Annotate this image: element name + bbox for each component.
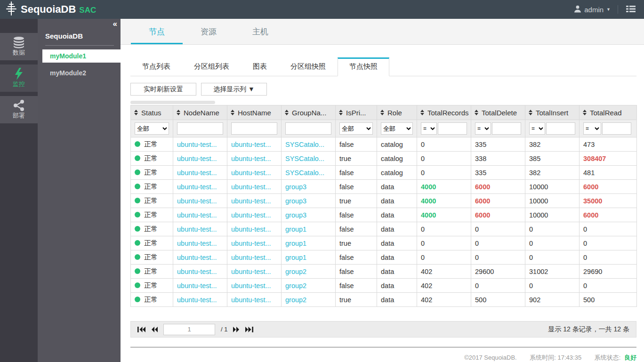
subtab-group-list[interactable]: 分区组列表 xyxy=(182,57,241,76)
filter-operator-select[interactable]: = xyxy=(529,122,545,135)
sort-icon[interactable] xyxy=(285,110,289,115)
filter-select[interactable]: 全部 xyxy=(339,122,373,135)
user-menu[interactable]: admin xyxy=(584,6,604,14)
subtab-node-list[interactable]: 节点列表 xyxy=(130,57,182,76)
column-header-role[interactable]: Role xyxy=(377,105,417,120)
host-name-link[interactable]: ubuntu-test... xyxy=(231,254,271,261)
sort-icon[interactable] xyxy=(529,110,533,115)
group-name-link[interactable]: group2 xyxy=(285,282,306,290)
column-header-nodename[interactable]: NodeName xyxy=(173,105,227,120)
subtab-charts[interactable]: 图表 xyxy=(241,57,279,76)
sort-icon[interactable] xyxy=(231,110,235,115)
node-name-link[interactable]: ubuntu-test... xyxy=(177,155,217,162)
panel-list-icon[interactable] xyxy=(625,5,636,15)
host-name-link[interactable]: ubuntu-test... xyxy=(231,225,271,233)
sort-icon[interactable] xyxy=(420,110,425,115)
filter-select[interactable]: 全部 xyxy=(135,122,169,135)
collapse-sidebar-icon[interactable]: « xyxy=(113,19,117,29)
group-name-link[interactable]: group1 xyxy=(285,254,306,261)
sort-icon[interactable] xyxy=(134,110,138,115)
sort-icon[interactable] xyxy=(177,110,181,115)
subtab-node-snapshot[interactable]: 节点快照 xyxy=(338,57,389,76)
column-header-totalread[interactable]: TotalRead xyxy=(580,105,637,120)
group-name-link[interactable]: group3 xyxy=(285,197,306,205)
rail-item-monitor[interactable]: 监控 xyxy=(0,64,38,92)
column-header-totaldelete[interactable]: TotalDelete xyxy=(471,105,525,120)
tab-hosts[interactable]: 主机 xyxy=(234,26,286,44)
host-name-link[interactable]: ubuntu-test... xyxy=(231,211,271,219)
filter-text-input[interactable] xyxy=(231,122,277,135)
sort-icon[interactable] xyxy=(583,110,587,115)
total-insert-cell: 382 xyxy=(525,137,580,152)
page-number-input[interactable] xyxy=(163,324,215,335)
filter-operator-select[interactable]: = xyxy=(583,122,601,135)
subtab-group-snapshot[interactable]: 分区组快照 xyxy=(279,57,338,76)
first-page-icon[interactable] xyxy=(137,327,145,332)
host-name-link[interactable]: ubuntu-test... xyxy=(231,169,271,177)
filter-value-input[interactable] xyxy=(492,122,521,135)
rail-item-data[interactable]: 数据 xyxy=(0,33,38,60)
last-page-icon[interactable] xyxy=(245,327,253,332)
column-header-groupna[interactable]: GroupNa... xyxy=(282,105,336,120)
rail-item-deploy[interactable]: 部署 xyxy=(0,96,38,123)
node-name-link[interactable]: ubuntu-test... xyxy=(177,282,217,290)
host-name-link[interactable]: ubuntu-test... xyxy=(231,141,271,148)
node-name-link[interactable]: ubuntu-test... xyxy=(177,141,217,148)
host-name-link[interactable]: ubuntu-test... xyxy=(231,197,271,205)
group-name-link-cell: group3 xyxy=(282,194,336,208)
column-header-totalinsert[interactable]: TotalInsert xyxy=(525,105,580,120)
group-name-link[interactable]: group1 xyxy=(285,240,306,247)
column-header-hostname[interactable]: HostName xyxy=(227,105,282,120)
sort-icon[interactable] xyxy=(380,110,385,115)
filter-select[interactable]: 全部 xyxy=(381,122,413,135)
tab-nodes[interactable]: 节点 xyxy=(131,26,183,44)
node-name-link[interactable]: ubuntu-test... xyxy=(177,225,217,233)
host-name-link[interactable]: ubuntu-test... xyxy=(231,268,271,275)
filter-text-input[interactable] xyxy=(177,122,223,135)
filter-operator-select[interactable]: = xyxy=(475,122,491,135)
sort-icon[interactable] xyxy=(475,110,479,115)
node-name-link[interactable]: ubuntu-test... xyxy=(177,254,217,261)
filter-value-input[interactable] xyxy=(546,122,575,135)
group-name-link[interactable]: SYSCatalo... xyxy=(285,155,324,162)
sidebar-item-mymodule1[interactable]: myModule1 xyxy=(42,49,121,63)
node-name-link[interactable]: ubuntu-test... xyxy=(177,169,217,177)
next-page-icon[interactable] xyxy=(233,327,240,332)
node-name-link[interactable]: ubuntu-test... xyxy=(177,240,217,247)
group-name-link[interactable]: SYSCatalo... xyxy=(285,141,324,148)
column-header-status[interactable]: Status xyxy=(131,105,173,120)
filter-text-input[interactable] xyxy=(285,122,331,135)
group-name-link[interactable]: group1 xyxy=(285,225,306,233)
table-horizontal-scrollbar[interactable] xyxy=(130,101,215,104)
total-read-cell: 0 xyxy=(580,236,637,250)
host-name-link[interactable]: ubuntu-test... xyxy=(231,282,271,290)
group-name-link[interactable]: group3 xyxy=(285,183,306,191)
column-header-ispri[interactable]: IsPri... xyxy=(336,105,377,120)
top-header-bar: SequoiaDB SAC admin ▼ xyxy=(0,0,644,19)
column-header-totalrecords[interactable]: TotalRecords xyxy=(417,105,471,120)
filter-cell: 全部 xyxy=(377,120,417,137)
total-delete-cell: 338 xyxy=(471,152,525,166)
host-name-link[interactable]: ubuntu-test... xyxy=(231,183,271,191)
host-name-link[interactable]: ubuntu-test... xyxy=(231,240,271,247)
filter-value-input[interactable] xyxy=(438,122,467,135)
group-name-link[interactable]: group2 xyxy=(285,268,306,275)
sidebar-item-mymodule2[interactable]: myModule2 xyxy=(38,66,121,80)
host-name-link[interactable]: ubuntu-test... xyxy=(231,296,271,304)
node-name-link[interactable]: ubuntu-test... xyxy=(177,268,217,275)
filter-value-input[interactable] xyxy=(602,122,631,135)
previous-page-icon[interactable] xyxy=(151,327,158,332)
group-name-link[interactable]: SYSCatalo... xyxy=(285,169,324,177)
node-name-link[interactable]: ubuntu-test... xyxy=(177,296,217,304)
node-name-link[interactable]: ubuntu-test... xyxy=(177,211,217,219)
tab-resources[interactable]: 资源 xyxy=(183,26,234,44)
filter-operator-select[interactable]: = xyxy=(421,122,437,135)
node-name-link[interactable]: ubuntu-test... xyxy=(177,197,217,205)
select-columns-button[interactable]: 选择显示列 ▼ xyxy=(201,83,267,96)
host-name-link[interactable]: ubuntu-test... xyxy=(231,155,271,162)
sort-icon[interactable] xyxy=(339,110,343,115)
realtime-refresh-button[interactable]: 实时刷新设置 xyxy=(130,83,196,96)
group-name-link[interactable]: group2 xyxy=(285,296,306,304)
group-name-link[interactable]: group3 xyxy=(285,211,306,219)
node-name-link[interactable]: ubuntu-test... xyxy=(177,183,217,191)
